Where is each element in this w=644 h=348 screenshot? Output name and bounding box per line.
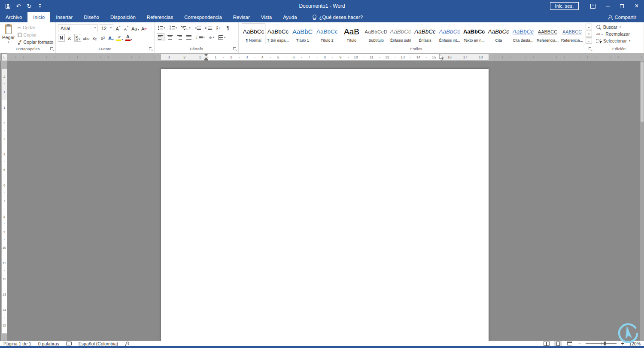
tab-disposicion[interactable]: Disposición xyxy=(105,12,141,22)
font-size-combobox[interactable]: 12 xyxy=(99,24,113,32)
minimize-button[interactable] xyxy=(600,0,615,12)
decrease-indent-button[interactable] xyxy=(194,24,203,32)
text-effects-button[interactable]: A xyxy=(107,34,114,42)
paragraph-dialog-launcher[interactable] xyxy=(233,47,237,51)
language-indicator[interactable]: Español (Colombia) xyxy=(79,341,118,346)
line-spacing-button[interactable] xyxy=(194,34,206,41)
word-count[interactable]: 0 palabras xyxy=(38,341,59,346)
cut-button[interactable]: Cortar xyxy=(18,25,53,30)
paste-button[interactable]: Pegar xyxy=(2,24,15,44)
bold-button[interactable]: N xyxy=(58,34,65,42)
undo-button[interactable] xyxy=(16,3,21,9)
style-subtitle[interactable]: AaBbCcDSubtítulo xyxy=(364,24,388,44)
tab-correspondencia[interactable]: Correspondencia xyxy=(179,12,228,22)
tab-ayuda[interactable]: Ayuda xyxy=(277,12,302,22)
select-button[interactable]: Seleccionar xyxy=(596,38,630,43)
subscript-button[interactable]: x₂ xyxy=(91,34,98,42)
tab-diseno[interactable]: Diseño xyxy=(78,12,105,22)
style-subtle_emphasis[interactable]: AaBbCcÉnfasis sutil xyxy=(389,24,412,44)
style-intense_emphasis[interactable]: AaBbCcÉnfasis int... xyxy=(438,24,462,44)
style-heading2[interactable]: AaBbCcTítulo 2 xyxy=(315,24,339,44)
italic-button[interactable]: K xyxy=(66,34,73,42)
styles-scroll-up-button[interactable] xyxy=(586,24,592,30)
numbering-button[interactable] xyxy=(168,24,178,32)
styles-more-button[interactable] xyxy=(586,37,592,44)
font-color-button[interactable]: A xyxy=(125,34,133,42)
first-line-indent-marker[interactable] xyxy=(204,54,208,56)
shrink-font-button[interactable]: A xyxy=(123,24,130,32)
strikethrough-button[interactable]: abc xyxy=(82,34,90,42)
style-no_spacing[interactable]: AaBbCc¶ Sin espa... xyxy=(266,24,290,44)
outdent-lines-icon xyxy=(197,27,201,30)
strikethrough-label: abc xyxy=(83,36,89,41)
bullets-button[interactable] xyxy=(157,24,167,32)
format-painter-button[interactable]: Copiar formato xyxy=(18,40,53,45)
style-emphasis[interactable]: AaBbCcÉnfasis xyxy=(413,24,437,44)
tab-insertar[interactable]: Insertar xyxy=(50,12,78,22)
proofing-book-icon[interactable] xyxy=(66,342,72,345)
style-heading1[interactable]: AaBbCTítulo 1 xyxy=(291,24,314,44)
tab-referencias[interactable]: Referencias xyxy=(141,12,179,22)
highlight-color-button[interactable] xyxy=(115,34,123,42)
print-layout-button[interactable] xyxy=(554,341,562,346)
style-normal[interactable]: AaBbCc¶ Normal xyxy=(242,24,265,44)
customize-quick-access-button[interactable] xyxy=(37,3,43,9)
align-center-button[interactable] xyxy=(166,34,174,41)
save-button[interactable] xyxy=(5,3,10,9)
close-button[interactable] xyxy=(629,0,644,12)
left-indent-marker[interactable] xyxy=(204,59,208,61)
increase-indent-button[interactable] xyxy=(204,24,213,32)
vertical-ruler[interactable]: 21123456789101112131415 xyxy=(1,61,7,341)
sort-button[interactable] xyxy=(215,24,222,32)
document-page[interactable] xyxy=(161,69,489,341)
tab-revisar[interactable]: Revisar xyxy=(228,12,255,22)
multilevel-list-button[interactable] xyxy=(180,24,192,32)
style-title[interactable]: AaBTítulo xyxy=(340,24,363,44)
page-indicator[interactable]: Página 1 de 1 xyxy=(3,341,31,346)
tell-me-box[interactable]: ¿Qué desea hacer? xyxy=(312,12,363,22)
read-mode-button[interactable] xyxy=(543,341,550,346)
zoom-slider-thumb[interactable] xyxy=(604,342,606,345)
font-family-combobox[interactable]: Arial xyxy=(58,24,97,32)
horizontal-ruler[interactable]: 321123456789101112131415161718 xyxy=(0,53,644,61)
tab-vista[interactable]: Vista xyxy=(255,12,277,22)
zoom-slider[interactable] xyxy=(586,343,617,344)
save-icon xyxy=(6,4,10,9)
restore-button[interactable] xyxy=(615,0,629,12)
scrollbar-thumb[interactable] xyxy=(641,62,644,122)
underline-button[interactable]: S xyxy=(74,34,81,42)
align-left-button[interactable] xyxy=(157,34,164,41)
show-paragraph-marks-button[interactable] xyxy=(224,24,232,32)
replace-button[interactable]: Reemplazar xyxy=(596,31,630,37)
style-intense_reference[interactable]: AABBCCReferencia... xyxy=(560,24,584,44)
clear-formatting-button[interactable]: A xyxy=(141,24,148,32)
tab-archivo[interactable]: Archivo xyxy=(0,12,27,22)
style-quote[interactable]: AaBbCcCita xyxy=(487,24,510,44)
tab-inicio[interactable]: Inicio xyxy=(27,12,50,22)
styles-dialog-launcher[interactable] xyxy=(588,47,592,51)
styles-scroll-down-button[interactable] xyxy=(586,31,592,37)
redo-button[interactable] xyxy=(27,3,32,9)
shading-button[interactable] xyxy=(208,34,216,41)
align-right-button[interactable] xyxy=(176,34,183,41)
copy-button[interactable]: Copiar xyxy=(18,32,53,37)
borders-button[interactable] xyxy=(217,34,227,41)
grow-font-button[interactable]: A xyxy=(115,24,122,32)
sign-in-button[interactable]: Inic. ses. xyxy=(550,2,579,10)
tab-selector[interactable] xyxy=(1,53,7,61)
zoom-out-button[interactable] xyxy=(577,341,582,347)
ribbon-display-options-button[interactable] xyxy=(586,0,600,12)
share-button[interactable]: Compartir xyxy=(608,12,644,22)
font-dialog-launcher[interactable] xyxy=(149,47,153,51)
find-button[interactable]: Buscar xyxy=(596,24,621,30)
web-layout-button[interactable] xyxy=(566,341,574,346)
style-intense_quote[interactable]: AaBbCcCita desta... xyxy=(511,24,535,44)
style-strong[interactable]: AaBbCcTexto en n... xyxy=(462,24,486,44)
superscript-button[interactable]: x² xyxy=(99,34,106,42)
vertical-scrollbar[interactable] xyxy=(640,61,644,341)
style-subtle_reference[interactable]: AABBCCReferencia... xyxy=(536,24,559,44)
accessibility-icon[interactable] xyxy=(125,342,129,346)
change-case-button[interactable]: Aa xyxy=(131,24,140,32)
justify-button[interactable] xyxy=(185,34,193,41)
clipboard-dialog-launcher[interactable] xyxy=(50,47,54,51)
